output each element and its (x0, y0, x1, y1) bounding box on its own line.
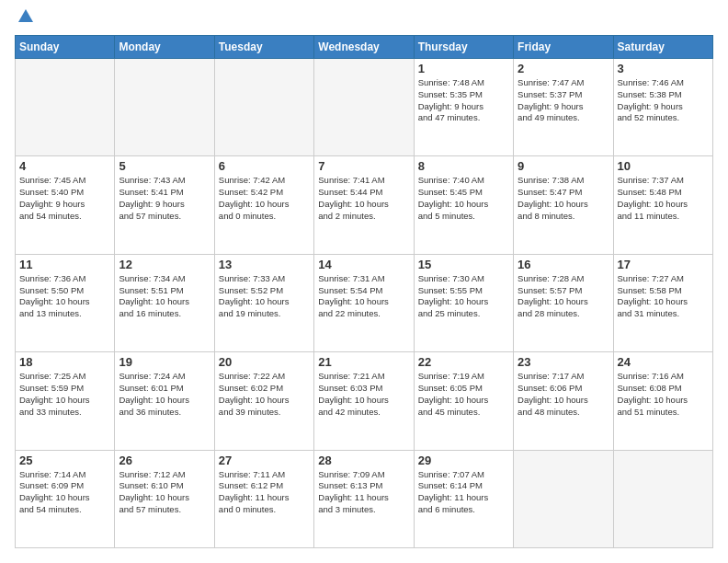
day-info: Sunrise: 7:48 AM Sunset: 5:35 PM Dayligh… (418, 77, 509, 124)
calendar-week-row: 11Sunrise: 7:36 AM Sunset: 5:50 PM Dayli… (16, 254, 713, 351)
calendar-cell: 2Sunrise: 7:47 AM Sunset: 5:37 PM Daylig… (514, 59, 613, 156)
day-number: 22 (418, 355, 509, 369)
calendar-cell: 18Sunrise: 7:25 AM Sunset: 5:59 PM Dayli… (16, 352, 115, 450)
weekday-header-monday: Monday (115, 36, 214, 59)
day-number: 27 (219, 454, 310, 467)
day-info: Sunrise: 7:17 AM Sunset: 6:06 PM Dayligh… (518, 371, 609, 418)
day-number: 23 (518, 355, 609, 369)
day-info: Sunrise: 7:16 AM Sunset: 6:08 PM Dayligh… (618, 371, 709, 418)
calendar-cell: 28Sunrise: 7:09 AM Sunset: 6:13 PM Dayli… (314, 450, 414, 547)
calendar-week-row: 18Sunrise: 7:25 AM Sunset: 5:59 PM Dayli… (16, 352, 713, 450)
day-number: 2 (518, 62, 609, 75)
day-number: 18 (19, 355, 110, 369)
weekday-header-sunday: Sunday (16, 36, 115, 59)
calendar-cell: 27Sunrise: 7:11 AM Sunset: 6:12 PM Dayli… (214, 450, 313, 547)
day-info: Sunrise: 7:28 AM Sunset: 5:57 PM Dayligh… (518, 273, 609, 320)
day-info: Sunrise: 7:38 AM Sunset: 5:47 PM Dayligh… (518, 175, 609, 222)
weekday-header-friday: Friday (514, 36, 613, 59)
day-number: 1 (418, 62, 509, 75)
calendar-cell: 6Sunrise: 7:42 AM Sunset: 5:42 PM Daylig… (214, 156, 313, 254)
day-info: Sunrise: 7:24 AM Sunset: 6:01 PM Dayligh… (119, 371, 210, 418)
logo (15, 15, 35, 26)
day-number: 21 (318, 355, 409, 369)
calendar-cell: 3Sunrise: 7:46 AM Sunset: 5:38 PM Daylig… (613, 59, 712, 156)
day-info: Sunrise: 7:22 AM Sunset: 6:02 PM Dayligh… (219, 371, 310, 418)
calendar-cell: 16Sunrise: 7:28 AM Sunset: 5:57 PM Dayli… (514, 254, 613, 351)
calendar-cell: 7Sunrise: 7:41 AM Sunset: 5:44 PM Daylig… (314, 156, 414, 254)
calendar-cell: 5Sunrise: 7:43 AM Sunset: 5:41 PM Daylig… (115, 156, 214, 254)
day-info: Sunrise: 7:19 AM Sunset: 6:05 PM Dayligh… (418, 371, 509, 418)
calendar-table: SundayMondayTuesdayWednesdayThursdayFrid… (15, 35, 713, 548)
calendar-cell: 15Sunrise: 7:30 AM Sunset: 5:55 PM Dayli… (414, 254, 513, 351)
day-info: Sunrise: 7:31 AM Sunset: 5:54 PM Dayligh… (318, 273, 409, 320)
day-number: 26 (119, 454, 210, 467)
day-number: 25 (19, 454, 110, 467)
day-number: 15 (418, 258, 509, 271)
day-number: 28 (318, 454, 409, 467)
day-number: 17 (618, 258, 709, 271)
day-info: Sunrise: 7:27 AM Sunset: 5:58 PM Dayligh… (618, 273, 709, 320)
day-info: Sunrise: 7:46 AM Sunset: 5:38 PM Dayligh… (618, 77, 709, 124)
day-info: Sunrise: 7:21 AM Sunset: 6:03 PM Dayligh… (318, 371, 409, 418)
day-info: Sunrise: 7:33 AM Sunset: 5:52 PM Dayligh… (219, 273, 310, 320)
day-info: Sunrise: 7:12 AM Sunset: 6:10 PM Dayligh… (119, 469, 210, 516)
day-number: 11 (19, 258, 110, 271)
day-info: Sunrise: 7:34 AM Sunset: 5:51 PM Dayligh… (119, 273, 210, 320)
calendar-cell: 17Sunrise: 7:27 AM Sunset: 5:58 PM Dayli… (613, 254, 712, 351)
day-number: 3 (618, 62, 709, 75)
day-number: 10 (618, 159, 709, 173)
day-number: 24 (618, 355, 709, 369)
calendar-cell: 29Sunrise: 7:07 AM Sunset: 6:14 PM Dayli… (414, 450, 513, 547)
calendar-cell: 20Sunrise: 7:22 AM Sunset: 6:02 PM Dayli… (214, 352, 313, 450)
calendar-cell: 23Sunrise: 7:17 AM Sunset: 6:06 PM Dayli… (514, 352, 613, 450)
calendar-cell (16, 59, 115, 156)
calendar-cell (115, 59, 214, 156)
weekday-header-wednesday: Wednesday (314, 36, 414, 59)
calendar-cell: 8Sunrise: 7:40 AM Sunset: 5:45 PM Daylig… (414, 156, 513, 254)
svg-marker-0 (18, 9, 33, 22)
calendar-week-row: 1Sunrise: 7:48 AM Sunset: 5:35 PM Daylig… (16, 59, 713, 156)
header (15, 15, 713, 26)
calendar-cell: 13Sunrise: 7:33 AM Sunset: 5:52 PM Dayli… (214, 254, 313, 351)
calendar-week-row: 4Sunrise: 7:45 AM Sunset: 5:40 PM Daylig… (16, 156, 713, 254)
weekday-header-row: SundayMondayTuesdayWednesdayThursdayFrid… (16, 36, 713, 59)
day-info: Sunrise: 7:43 AM Sunset: 5:41 PM Dayligh… (119, 175, 210, 222)
day-number: 4 (19, 159, 110, 173)
weekday-header-thursday: Thursday (414, 36, 513, 59)
day-info: Sunrise: 7:11 AM Sunset: 6:12 PM Dayligh… (219, 469, 310, 516)
calendar-cell: 11Sunrise: 7:36 AM Sunset: 5:50 PM Dayli… (16, 254, 115, 351)
day-info: Sunrise: 7:47 AM Sunset: 5:37 PM Dayligh… (518, 77, 609, 124)
day-number: 16 (518, 258, 609, 271)
day-info: Sunrise: 7:42 AM Sunset: 5:42 PM Dayligh… (219, 175, 310, 222)
day-info: Sunrise: 7:30 AM Sunset: 5:55 PM Dayligh… (418, 273, 509, 320)
calendar-cell: 24Sunrise: 7:16 AM Sunset: 6:08 PM Dayli… (613, 352, 712, 450)
weekday-header-saturday: Saturday (613, 36, 712, 59)
calendar-cell (314, 59, 414, 156)
day-info: Sunrise: 7:36 AM Sunset: 5:50 PM Dayligh… (19, 273, 110, 320)
calendar-cell: 12Sunrise: 7:34 AM Sunset: 5:51 PM Dayli… (115, 254, 214, 351)
day-number: 19 (119, 355, 210, 369)
calendar-cell: 9Sunrise: 7:38 AM Sunset: 5:47 PM Daylig… (514, 156, 613, 254)
day-number: 13 (219, 258, 310, 271)
day-info: Sunrise: 7:09 AM Sunset: 6:13 PM Dayligh… (318, 469, 409, 516)
calendar-cell: 4Sunrise: 7:45 AM Sunset: 5:40 PM Daylig… (16, 156, 115, 254)
calendar-cell (514, 450, 613, 547)
calendar-cell: 26Sunrise: 7:12 AM Sunset: 6:10 PM Dayli… (115, 450, 214, 547)
day-info: Sunrise: 7:25 AM Sunset: 5:59 PM Dayligh… (19, 371, 110, 418)
day-number: 29 (418, 454, 509, 467)
calendar-cell: 1Sunrise: 7:48 AM Sunset: 5:35 PM Daylig… (414, 59, 513, 156)
day-info: Sunrise: 7:40 AM Sunset: 5:45 PM Dayligh… (418, 175, 509, 222)
calendar-cell: 19Sunrise: 7:24 AM Sunset: 6:01 PM Dayli… (115, 352, 214, 450)
calendar-cell: 10Sunrise: 7:37 AM Sunset: 5:48 PM Dayli… (613, 156, 712, 254)
day-info: Sunrise: 7:14 AM Sunset: 6:09 PM Dayligh… (19, 469, 110, 516)
day-number: 9 (518, 159, 609, 173)
weekday-header-tuesday: Tuesday (214, 36, 313, 59)
day-number: 14 (318, 258, 409, 271)
calendar-cell: 22Sunrise: 7:19 AM Sunset: 6:05 PM Dayli… (414, 352, 513, 450)
day-number: 6 (219, 159, 310, 173)
calendar-week-row: 25Sunrise: 7:14 AM Sunset: 6:09 PM Dayli… (16, 450, 713, 547)
calendar-cell: 14Sunrise: 7:31 AM Sunset: 5:54 PM Dayli… (314, 254, 414, 351)
calendar-cell (214, 59, 313, 156)
day-info: Sunrise: 7:45 AM Sunset: 5:40 PM Dayligh… (19, 175, 110, 222)
logo-icon (17, 7, 35, 26)
